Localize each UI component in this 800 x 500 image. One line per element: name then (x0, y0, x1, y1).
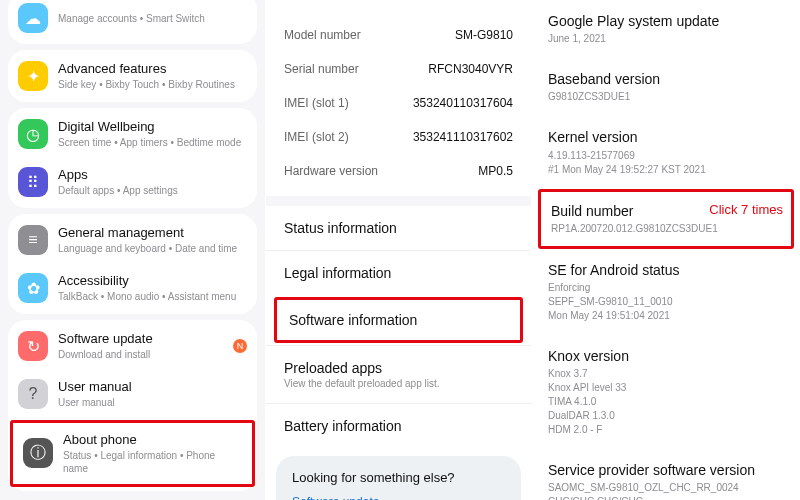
general-icon: ≡ (18, 225, 48, 255)
footer-title: Looking for something else? (292, 470, 505, 485)
item-title: Apps (58, 167, 247, 183)
manual-icon: ? (18, 379, 48, 409)
new-badge: N (233, 339, 247, 353)
info-icon: ⓘ (23, 438, 53, 468)
settings-item-software-update[interactable]: ↻ Software updateDownload and install N (8, 322, 257, 370)
click-7-annotation: Click 7 times (709, 202, 783, 217)
item-title: Digital Wellbeing (58, 119, 247, 135)
software-info-detail: Google Play system updateJune 1, 2021 Ba… (532, 0, 800, 500)
looking-for-footer: Looking for something else? Software upd… (276, 456, 521, 500)
section-battery-info[interactable]: Battery information (266, 403, 531, 448)
item-title: About phone (63, 432, 242, 448)
section-legal-info[interactable]: Legal information (266, 250, 531, 295)
block-service-provider[interactable]: Service provider software versionSAOMC_S… (532, 449, 800, 500)
block-knox[interactable]: Knox versionKnox 3.7 Knox API level 33 T… (532, 335, 800, 449)
spec-model: Model numberSM-G9810 (266, 18, 531, 52)
accessibility-icon: ✿ (18, 273, 48, 303)
item-sub: User manual (58, 396, 247, 409)
section-preloaded-apps[interactable]: Preloaded appsView the default preloaded… (266, 345, 531, 403)
item-sub: Default apps • App settings (58, 184, 247, 197)
spec-imei2: IMEI (slot 2)353241110317602 (266, 120, 531, 154)
item-title: Accessibility (58, 273, 247, 289)
section-status-info[interactable]: Status information (266, 206, 531, 250)
spec-serial: Serial numberRFCN3040VYR (266, 52, 531, 86)
footer-link-software-update[interactable]: Software update (292, 495, 505, 500)
item-sub: Status • Legal information • Phone name (63, 449, 242, 475)
settings-item-user-manual[interactable]: ? User manualUser manual (8, 370, 257, 418)
block-build-number[interactable]: Build numberRP1A.200720.012.G9810ZCS3DUE… (538, 189, 794, 249)
settings-item-about-phone[interactable]: ⓘ About phoneStatus • Legal information … (10, 420, 255, 487)
item-sub: Screen time • App timers • Bedtime mode (58, 136, 247, 149)
star-icon: ✦ (18, 61, 48, 91)
section-software-info[interactable]: Software information (274, 297, 523, 343)
block-kernel[interactable]: Kernel version4.19.113-21577069 #1 Mon M… (532, 116, 800, 188)
settings-item-wellbeing[interactable]: ◷ Digital WellbeingScreen time • App tim… (8, 110, 257, 158)
item-sub: Download and install (58, 348, 227, 361)
settings-item-advanced[interactable]: ✦ Advanced featuresSide key • Bixby Touc… (8, 52, 257, 100)
item-title: General management (58, 225, 247, 241)
item-sub: Language and keyboard • Date and time (58, 242, 247, 255)
item-title: Advanced features (58, 61, 247, 77)
item-sub: Side key • Bixby Touch • Bixby Routines (58, 78, 247, 91)
spec-hw: Hardware versionMP0.5 (266, 154, 531, 188)
settings-list: ☁ Manage accounts • Smart Switch ✦ Advan… (0, 0, 266, 500)
update-icon: ↻ (18, 331, 48, 361)
cloud-icon: ☁ (18, 3, 48, 33)
settings-item-accessibility[interactable]: ✿ AccessibilityTalkBack • Mono audio • A… (8, 264, 257, 312)
item-title: Software update (58, 331, 227, 347)
item-sub: Manage accounts • Smart Switch (58, 12, 247, 25)
settings-item-apps[interactable]: ⠿ AppsDefault apps • App settings (8, 158, 257, 206)
spec-imei1: IMEI (slot 1)353240110317604 (266, 86, 531, 120)
block-play-update[interactable]: Google Play system updateJune 1, 2021 (532, 0, 800, 58)
about-phone-detail: Model numberSM-G9810 Serial numberRFCN30… (266, 0, 532, 500)
apps-icon: ⠿ (18, 167, 48, 197)
settings-item-general[interactable]: ≡ General managementLanguage and keyboar… (8, 216, 257, 264)
wellbeing-icon: ◷ (18, 119, 48, 149)
block-baseband[interactable]: Baseband versionG9810ZCS3DUE1 (532, 58, 800, 116)
item-title: User manual (58, 379, 247, 395)
block-se-android[interactable]: SE for Android statusEnforcing SEPF_SM-G… (532, 249, 800, 335)
item-sub: TalkBack • Mono audio • Assistant menu (58, 290, 247, 303)
settings-item-accounts[interactable]: ☁ Manage accounts • Smart Switch (8, 0, 257, 42)
